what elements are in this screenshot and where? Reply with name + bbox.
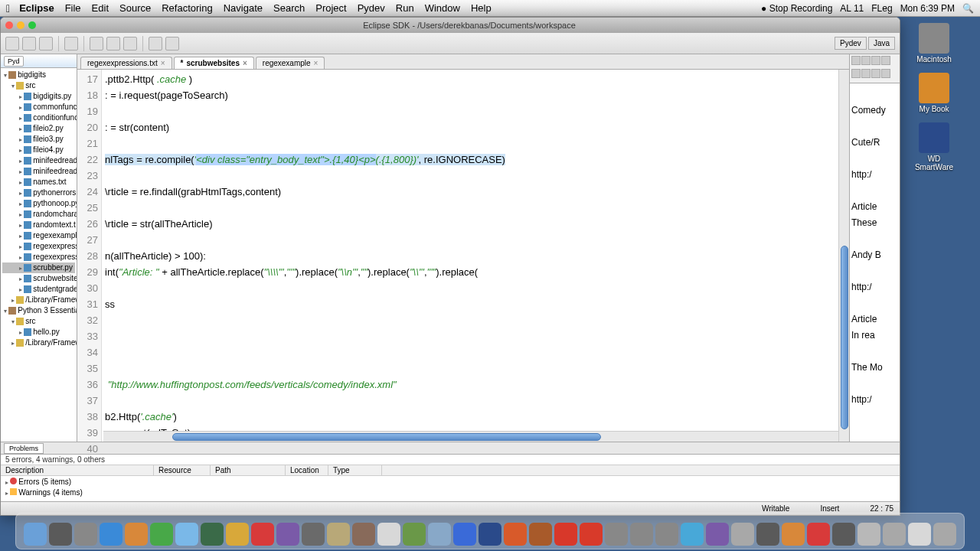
traffic-lights[interactable] (5, 21, 36, 29)
spotlight-icon[interactable]: 🔍 (962, 3, 974, 14)
dock-app-icon[interactable] (832, 523, 855, 546)
console-btn[interactable] (851, 56, 861, 65)
dock-app-icon[interactable] (681, 523, 704, 546)
console-btn[interactable] (871, 56, 880, 65)
dock-app-icon[interactable] (655, 523, 678, 546)
menu-edit[interactable]: Edit (92, 2, 109, 14)
dock-app-icon[interactable] (782, 523, 805, 546)
menu-project[interactable]: Project (315, 2, 346, 14)
dock-app-icon[interactable] (883, 523, 906, 546)
dock-app-icon[interactable] (24, 523, 47, 546)
menu-pydev[interactable]: Pydev (358, 2, 385, 14)
console-btn[interactable] (881, 56, 890, 65)
dock-app-icon[interactable] (74, 523, 97, 546)
menu-source[interactable]: Source (119, 2, 151, 14)
dock-app-icon[interactable] (630, 523, 653, 546)
print-icon[interactable] (64, 37, 78, 51)
dock-app-icon[interactable] (453, 523, 476, 546)
vertical-scrollbar[interactable] (838, 70, 849, 442)
dock-app-icon[interactable] (479, 523, 501, 546)
dock-app-icon[interactable] (807, 523, 830, 546)
dock-app-icon[interactable] (302, 523, 325, 546)
dock-app-icon[interactable] (504, 523, 527, 546)
console-btn[interactable] (861, 69, 871, 78)
dock-app-icon[interactable] (352, 523, 375, 546)
dock-app-icon[interactable] (125, 523, 148, 546)
dock-app-icon[interactable] (327, 523, 350, 546)
dock-app-icon[interactable] (403, 523, 426, 546)
col-header[interactable]: Path (211, 465, 286, 475)
perspective-java[interactable]: Java (868, 37, 895, 50)
dock-app-icon[interactable] (756, 523, 779, 546)
console-btn[interactable] (881, 69, 890, 78)
dock-app-icon[interactable] (706, 523, 729, 546)
console-btn[interactable] (861, 56, 871, 65)
dock-app-icon[interactable] (731, 523, 754, 546)
close-icon[interactable]: × (243, 59, 247, 67)
col-header[interactable]: Description (1, 465, 154, 475)
clock[interactable]: Mon 6:39 PM (900, 3, 955, 14)
console-output[interactable]: Comedy Cute/R http:/ ArticleThese Andy B… (850, 83, 900, 442)
tree-item[interactable]: fileio3.py (2, 134, 75, 145)
tree-item[interactable]: regexexpressi (2, 241, 75, 252)
dock-app-icon[interactable] (605, 523, 628, 546)
editor-tab[interactable]: *scrubwebsites× (174, 57, 254, 69)
dock-app-icon[interactable] (175, 523, 198, 546)
editor-tab[interactable]: regexexample× (256, 57, 325, 69)
col-header[interactable]: Type (328, 465, 382, 475)
tree-item[interactable]: randomtext.t (2, 220, 75, 230)
dock-app-icon[interactable] (529, 523, 552, 546)
dock-app-icon[interactable] (580, 523, 603, 546)
dock-app-icon[interactable] (49, 523, 72, 546)
tree-item[interactable]: conditionfunc (2, 112, 75, 123)
battery-status[interactable]: AL 11 (840, 3, 864, 14)
tree-item[interactable]: minifeedread (2, 155, 75, 166)
tree-item[interactable]: pythonerrors (2, 187, 75, 198)
menu-window[interactable]: Window (425, 2, 460, 14)
code-editor[interactable]: .pttb2.Http( .cache ): = i.request(pageT… (102, 70, 838, 442)
tree-item[interactable]: src (2, 316, 75, 327)
desktop-icon-mybook[interactable]: My Book (911, 73, 957, 113)
nav-fwd-icon[interactable] (165, 37, 179, 51)
save-icon[interactable] (22, 37, 36, 51)
col-header[interactable]: Resource (154, 465, 211, 475)
tree-item[interactable]: names.txt (2, 177, 75, 187)
dock-app-icon[interactable] (276, 523, 299, 546)
tree-item[interactable]: regexexpressi (2, 252, 75, 262)
col-header[interactable]: Location (286, 465, 328, 475)
window-titlebar[interactable]: Eclipse SDK - /Users/derekbanas/Document… (1, 18, 900, 33)
apple-icon[interactable]:  (6, 2, 10, 15)
tree-item[interactable]: bigdigits (2, 70, 75, 80)
menu-run[interactable]: Run (396, 2, 414, 14)
desktop-icon-wdsmartware[interactable]: WD SmartWare (911, 122, 957, 171)
stop-recording[interactable]: ● Stop Recording (761, 3, 832, 14)
dock-app-icon[interactable] (251, 523, 274, 546)
menu-refactoring[interactable]: Refactoring (162, 2, 212, 14)
tree-item[interactable]: src (2, 80, 75, 91)
dock-app-icon[interactable] (933, 523, 956, 546)
console-btn[interactable] (851, 69, 861, 78)
run-last-icon[interactable] (123, 37, 137, 51)
tree-item[interactable]: fileio2.py (2, 123, 75, 134)
dock-app-icon[interactable] (226, 523, 249, 546)
tree-item[interactable]: bigdigits.py (2, 91, 75, 102)
tree-item[interactable]: regexexample (2, 230, 75, 241)
dock-app-icon[interactable] (377, 523, 400, 546)
perspective-pydev[interactable]: Pydev (835, 37, 867, 50)
perspective-switcher[interactable]: Pydev Java (835, 37, 895, 50)
tree-item[interactable]: studentgrade (2, 284, 75, 295)
close-icon[interactable]: × (161, 59, 165, 67)
tree-item[interactable]: /Library/Framew (2, 337, 75, 348)
debug-icon[interactable] (90, 37, 103, 51)
problems-row[interactable]: Errors (5 items) (5, 477, 895, 487)
dock-app-icon[interactable] (150, 523, 173, 546)
close-icon[interactable]: × (314, 59, 318, 67)
app-name[interactable]: Eclipse (19, 2, 54, 14)
tree-item[interactable]: pythonoop.py (2, 198, 75, 209)
tree-item[interactable]: commonfunc (2, 102, 75, 112)
dock-app-icon[interactable] (100, 523, 122, 546)
dock-app-icon[interactable] (428, 523, 451, 546)
menu-file[interactable]: File (65, 2, 81, 14)
dock-app-icon[interactable] (554, 523, 577, 546)
menu-help[interactable]: Help (471, 2, 492, 14)
